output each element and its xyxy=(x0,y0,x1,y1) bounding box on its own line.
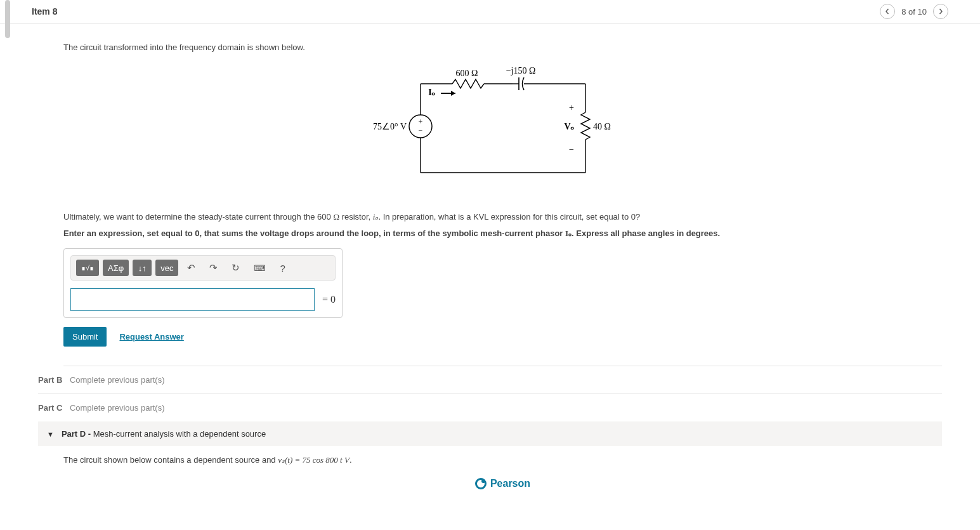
intro-text: The circuit transformed into the frequen… xyxy=(63,43,942,52)
part-d-titletext: Mesh-current analysis with a dependent s… xyxy=(91,429,266,439)
part-d-header[interactable]: ▼ Part D - Mesh-current analysis with a … xyxy=(38,421,942,446)
header: Item 8 8 of 10 xyxy=(0,0,980,23)
parts-list: Part B Complete previous part(s) Part C … xyxy=(63,366,942,465)
caret-down-icon: ▼ xyxy=(47,430,54,438)
cap-label: −j150 Ω xyxy=(506,66,535,76)
pearson-logo-icon xyxy=(475,478,487,489)
vo-label: Vₒ xyxy=(564,122,574,131)
svg-text:+: + xyxy=(418,117,422,126)
part-d-body-b: vₛ(t) = 75 cos 800 t V xyxy=(278,455,350,465)
part-c-text: Complete previous part(s) xyxy=(70,403,165,413)
subscript-button[interactable]: ↓↑ xyxy=(133,260,152,276)
q-line1-b: resistor, xyxy=(339,212,373,222)
reset-button[interactable]: ↻ xyxy=(226,260,245,276)
q-line1-a: Ultimately, we want to determine the ste… xyxy=(63,212,333,222)
part-b-row: Part B Complete previous part(s) xyxy=(38,366,942,394)
submit-button[interactable]: Submit xyxy=(63,327,107,347)
circuit-svg: + − 75∠0° V Iₒ 600 Ω −j150 Ω + Vₒ − 40 Ω xyxy=(370,65,636,192)
answer-box: ∎√∎ ΑΣφ ↓↑ vec ↶ ↷ ↻ ⌨ ? = 0 xyxy=(63,248,343,318)
part-b-text: Complete previous part(s) xyxy=(70,375,165,385)
footer-brand: Pearson xyxy=(63,478,942,489)
chevron-left-icon xyxy=(884,8,891,15)
greek-button[interactable]: ΑΣφ xyxy=(103,260,129,276)
q-Io: Iₒ xyxy=(565,229,572,238)
footer-brand-text: Pearson xyxy=(490,478,530,489)
part-c-row: Part C Complete previous part(s) xyxy=(38,394,942,421)
circuit-figure: + − 75∠0° V Iₒ 600 Ω −j150 Ω + Vₒ − 40 Ω xyxy=(63,65,942,192)
plus-label: + xyxy=(569,103,574,112)
request-answer-link[interactable]: Request Answer xyxy=(119,332,183,341)
templates-button[interactable]: ∎√∎ xyxy=(76,260,99,276)
part-d-body: The circuit shown below contains a depen… xyxy=(63,446,942,465)
part-c-label: Part C xyxy=(38,403,62,413)
item-counter: 8 of 10 xyxy=(901,7,927,17)
action-row: Submit Request Answer xyxy=(63,327,942,347)
help-button[interactable]: ? xyxy=(275,260,290,276)
svg-text:−: − xyxy=(418,126,422,135)
chevron-right-icon xyxy=(938,8,944,15)
q-line2-b: . Express all phase angles in degrees. xyxy=(572,229,720,238)
question-text: Ultimately, we want to determine the ste… xyxy=(63,211,942,239)
source-label: 75∠0° V xyxy=(373,122,407,131)
answer-input[interactable] xyxy=(70,288,315,311)
equals-zero: = 0 xyxy=(322,294,336,305)
equation-toolbar: ∎√∎ ΑΣφ ↓↑ vec ↶ ↷ ↻ ⌨ ? xyxy=(70,255,336,281)
part-d-body-c: . xyxy=(350,455,352,465)
next-button[interactable] xyxy=(933,4,948,19)
prev-button[interactable] xyxy=(880,4,895,19)
item-nav: 8 of 10 xyxy=(880,4,955,19)
part-d-title: Part D - Mesh-current analysis with a de… xyxy=(62,429,266,439)
part-d-body-a: The circuit shown below contains a depen… xyxy=(63,455,278,465)
scrollbar-handle[interactable] xyxy=(5,0,10,38)
input-row: = 0 xyxy=(70,288,336,311)
r2-label: 40 Ω xyxy=(593,122,611,131)
redo-button[interactable]: ↷ xyxy=(204,260,223,276)
r1-label: 600 Ω xyxy=(455,69,478,78)
q-ohm: Ω xyxy=(333,212,339,222)
part-b-label: Part B xyxy=(38,375,62,385)
minus-label: − xyxy=(569,145,574,154)
keyboard-button[interactable]: ⌨ xyxy=(249,261,271,275)
io-label: Iₒ xyxy=(428,88,435,97)
q-line2-a: Enter an expression, set equal to 0, tha… xyxy=(63,229,565,238)
item-title: Item 8 xyxy=(32,6,57,17)
vec-button[interactable]: vec xyxy=(155,260,178,276)
q-line1-c: . In preparation, what is a KVL expressi… xyxy=(378,212,640,222)
content-area: The circuit transformed into the frequen… xyxy=(0,23,980,502)
part-d-label: Part D - xyxy=(62,429,91,439)
undo-button[interactable]: ↶ xyxy=(182,260,200,276)
